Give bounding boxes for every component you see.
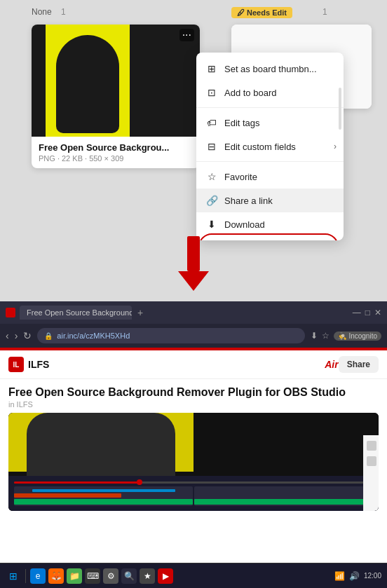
system-clock: 12:00 (364, 572, 381, 580)
image-card[interactable]: ··· Free Open Source Backgrou... PNG · 2… (32, 25, 200, 168)
minimize-icon[interactable]: — (353, 308, 361, 317)
browser-address-bar-row: ‹ › ↻ 🔒 air.inc/a/czMKH5XHd ⬇ ☆ 🕵 Incogn… (0, 324, 387, 348)
address-bar[interactable]: 🔒 air.inc/a/czMKH5XHd (37, 328, 305, 343)
menu-item-add-board[interactable]: ⊡ Add to board (196, 81, 344, 104)
maximize-icon[interactable]: □ (365, 308, 370, 317)
card-menu-icon[interactable]: ··· (179, 29, 194, 41)
green-bar-2 (194, 499, 373, 505)
needs-edit-count: 1 (322, 7, 327, 17)
card-info: Free Open Source Backgrou... PNG · 22 KB… (32, 137, 200, 168)
air-header: IL ILFS Air Share (0, 350, 387, 379)
volume-icon: 🔊 (349, 571, 360, 581)
taskbar-system-tray: 📶 🔊 12:00 (334, 571, 381, 581)
page-subtitle: in ILFS (8, 400, 379, 409)
red-arrow-indicator (178, 236, 209, 291)
arrow-head (178, 271, 209, 291)
fields-icon: ⊟ (206, 141, 217, 152)
url-text: air.inc/a/czMKH5XHd (57, 331, 130, 340)
browser-extensions: ⬇ ☆ 🕵 Incognito (311, 331, 381, 341)
menu-item-favorite[interactable]: ☆ Favorite (196, 165, 344, 189)
taskbar-files-icon[interactable]: 📁 (67, 568, 82, 584)
air-logo: IL ILFS (8, 357, 49, 372)
person-silhouette (56, 35, 119, 133)
taskbar-settings-icon[interactable]: ⚙ (103, 568, 118, 584)
dropdown-scrollbar (339, 88, 341, 130)
menu-divider-1 (196, 107, 344, 108)
card-title: Free Open Source Backgrou... (39, 142, 193, 153)
taskbar-terminal-icon[interactable]: ⌨ (85, 568, 100, 584)
taskbar-air-icon[interactable]: ▶ (158, 568, 173, 584)
video-person (27, 413, 175, 477)
blue-bar (32, 489, 175, 492)
none-count: 1 (61, 7, 66, 17)
taskbar-search-icon[interactable]: 🔍 (121, 568, 137, 584)
video-controls (8, 476, 379, 511)
board-background: None 1 🖊 Needs Edit 1 ··· Free Open Sour… (0, 0, 387, 301)
menu-item-share-link[interactable]: 🔗 Share a link (196, 189, 344, 212)
none-label: None (32, 7, 52, 17)
card-meta: PNG · 22 KB · 550 × 309 (39, 154, 193, 163)
wifi-icon: 📶 (334, 571, 345, 581)
menu-divider-2 (196, 161, 344, 162)
incognito-badge: 🕵 Incognito (334, 331, 381, 341)
windows-start-button[interactable]: ⊞ (6, 568, 21, 584)
windows-taskbar: ⊞ e 🦊 📁 ⌨ ⚙ 🔍 ★ ▶ 📶 🔊 12:00 (0, 563, 387, 588)
share-button[interactable]: Share (339, 356, 379, 373)
download-indicator-icon: ⬇ (311, 331, 318, 341)
context-menu: ⊞ Set as board thumbn... ⊡ Add to board … (196, 53, 344, 240)
taskbar-app1-icon[interactable]: ★ (140, 568, 155, 584)
card-thumbnail: ··· (32, 25, 200, 137)
panel-icon-1 (367, 441, 376, 451)
page-title-section: Free Open Source Background Remover Plug… (0, 379, 387, 413)
menu-item-download[interactable]: ⬇ Download (196, 212, 344, 236)
board-icon: ⊡ (206, 87, 217, 98)
browser-favicon (6, 308, 15, 317)
needs-edit-badge: 🖊 Needs Edit (231, 7, 292, 18)
top-section: None 1 🖊 Needs Edit 1 ··· Free Open Sour… (0, 0, 387, 301)
chevron-right-icon: › (334, 142, 337, 151)
taskbar-firefox-icon[interactable]: 🦊 (48, 568, 64, 584)
back-button[interactable]: ‹ (6, 330, 9, 341)
media-player[interactable] (8, 413, 379, 511)
green-bar (14, 499, 193, 505)
close-icon[interactable]: ✕ (374, 308, 381, 317)
incognito-icon: 🕵 (338, 332, 346, 340)
link-icon: 🔗 (206, 195, 217, 206)
panel-icon-2 (367, 456, 376, 466)
bookmark-icon: ☆ (322, 331, 330, 341)
taskbar-edge-icon[interactable]: e (30, 568, 46, 584)
video-timeline (14, 486, 373, 506)
air-logo-text: ILFS (28, 359, 49, 370)
browser-tab-bar: Free Open Source Background R... ✕ + — □… (0, 301, 387, 324)
incognito-label: Incognito (348, 332, 377, 340)
page-content: IL ILFS Air Share Free Open Source Backg… (0, 348, 387, 588)
video-progress-bar[interactable] (14, 481, 373, 484)
air-logo-icon: IL (8, 357, 24, 372)
tag-icon: 🏷 (206, 117, 217, 128)
browser-tab[interactable]: Free Open Source Background R... ✕ (20, 306, 132, 320)
browser-window: Free Open Source Background R... ✕ + — □… (0, 301, 387, 588)
video-progress-dot (137, 479, 142, 485)
menu-item-set-thumbnail[interactable]: ⊞ Set as board thumbn... (196, 57, 344, 81)
menu-item-edit-tags[interactable]: 🏷 Edit tags (196, 111, 344, 135)
thumbnail-icon: ⊞ (206, 63, 217, 74)
taskbar-separator-1 (25, 569, 26, 583)
page-title: Free Open Source Background Remover Plug… (8, 386, 379, 399)
audio-track-2 (194, 486, 373, 506)
red-bar (14, 493, 121, 498)
media-content (8, 413, 379, 511)
download-icon: ⬇ (206, 219, 217, 230)
video-progress-fill (14, 481, 140, 484)
audio-track-1 (14, 486, 193, 506)
star-icon: ☆ (206, 171, 217, 182)
air-wordmark: Air (325, 359, 338, 370)
new-tab-icon[interactable]: + (137, 307, 143, 318)
forward-button[interactable]: › (15, 330, 18, 341)
right-side-panel (363, 435, 379, 511)
menu-item-edit-custom-fields[interactable]: ⊟ Edit custom fields › (196, 135, 344, 158)
lock-icon: 🔒 (44, 332, 53, 340)
refresh-button[interactable]: ↻ (23, 330, 32, 341)
arrow-shaft (187, 236, 200, 271)
